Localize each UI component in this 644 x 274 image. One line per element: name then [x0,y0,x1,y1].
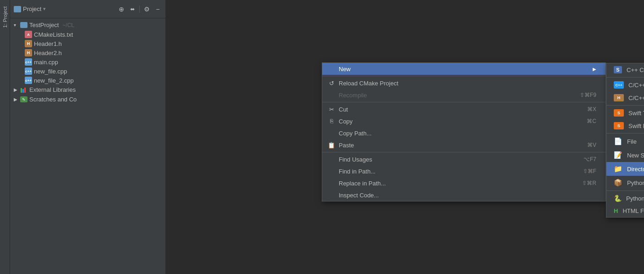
submenu-item-label: C/C++ Header File [628,95,644,101]
submenu-html-file[interactable]: H HTML File [606,205,644,217]
submenu-item-label: File [627,138,637,145]
menu-item-find-usages[interactable]: Find Usages ⌥F7 [322,153,605,165]
submenu-item-label: New Scratch File [627,152,644,159]
submenu-item-label: Python Package [627,179,644,186]
menu-item-reload[interactable]: ↺ Reload CMake Project [322,77,605,89]
toolbar-icons: ⊕ ⬌ ⚙ − [117,5,162,13]
html-file-icon: H [614,207,618,214]
settings-icon[interactable]: ⚙ [143,5,151,13]
menu-separator-1 [322,76,605,76]
swift-file-icon: S [614,122,624,129]
cut-icon: ✂ [328,106,335,113]
file-icon: 📄 [614,137,622,145]
svg-rect-1 [22,89,24,93]
menu-item-copy[interactable]: ⎘ Copy ⌘C [322,115,605,127]
menu-item-label: Copy [339,118,352,125]
submenu-item-label: Swift File [628,123,644,129]
menu-item-new[interactable]: New ▶ [322,63,605,75]
file-header1[interactable]: H Header1.h [10,39,165,48]
project-root[interactable]: ▾ TestProject ~/CL [10,20,165,30]
context-menu-wrapper: New ▶ ↺ Reload CMake Project Recompile ⇧… [166,31,450,170]
submenu-item-label: Swift Type [628,110,644,117]
shortcut-paste: ⌘V [587,142,596,148]
file-cmake[interactable]: A CMakeLists.txt [10,30,165,39]
submenu-arrow-icon: ▶ [593,67,596,72]
toolbar-divider [139,6,140,13]
shortcut-recompile: ⇧⌘F9 [580,92,596,98]
sidebar-toolbar: Project ▾ ⊕ ⬌ ⚙ − [10,0,165,18]
file-name: CMakeLists.txt [34,31,73,38]
scratch-file-icon: 📝 [614,151,622,159]
submenu-sep-3 [606,133,644,134]
project-path: ~/CL [62,22,74,28]
submenu-python-file[interactable]: 🐍 Python File [606,192,644,205]
menu-item-copy-path[interactable]: Copy Path... [322,127,605,139]
shortcut-replace-in-path: ⇧⌘R [582,180,596,186]
submenu-cpp-header[interactable]: H C/C++ Header File [606,91,644,104]
file-name: Header2.h [34,50,62,56]
submenu-swift-type[interactable]: S Swift Type [606,106,644,119]
scroll-icon[interactable]: ⬌ [128,5,137,13]
context-menu: New ▶ ↺ Reload CMake Project Recompile ⇧… [322,62,606,201]
menu-item-find-in-path[interactable]: Find in Path... ⇧⌘F [322,165,605,177]
menu-item-label: Inspect Code... [339,192,379,199]
copy-icon: ⎘ [328,117,335,125]
project-name: TestProject [29,22,59,28]
svg-rect-0 [21,88,22,93]
menu-item-cut[interactable]: ✂ Cut ⌘X [322,103,605,115]
project-tab-label[interactable]: 1: Project [1,4,9,30]
file-name: main.cpp [34,59,58,66]
submenu-new-scratch[interactable]: 📝 New Scratch File ⇧⌘N [606,148,644,162]
file-name: new_file_2.cpp [34,77,74,84]
menu-item-paste[interactable]: 📋 Paste ⌘V [322,139,605,151]
scratches-node[interactable]: ▶ ✎ Scratches and Co [10,95,165,104]
menu-item-replace-in-path[interactable]: Replace in Path... ⇧⌘R [322,177,605,189]
project-tree: ▾ TestProject ~/CL A CMakeLists.txt H He… [10,18,165,274]
cpp-icon: c++ [25,58,32,66]
submenu-directory[interactable]: 📁 Directory [606,162,644,176]
directory-icon: 📁 [614,165,622,173]
file-new-file-cpp[interactable]: c++ new_file.cpp [10,67,165,76]
menu-item-label: Find Usages [339,156,372,163]
shortcut-copy: ⌘C [587,118,596,124]
file-main-cpp[interactable]: c++ main.cpp [10,57,165,67]
scratches-label: Scratches and Co [29,96,77,103]
new-icon [328,65,335,73]
header-icon: H [25,40,32,47]
cpp-icon: c++ [25,77,32,84]
ext-chevron: ▶ [14,87,18,92]
paste-icon: 📋 [328,141,335,149]
locate-icon[interactable]: ⊕ [117,5,126,13]
scratches-chevron: ▶ [14,97,18,102]
file-header2[interactable]: H Header2.h [10,48,165,57]
minimize-icon[interactable]: − [154,5,162,13]
submenu-cpp-source[interactable]: C++ C/C++ Source File [606,78,644,91]
submenu-swift-file[interactable]: S Swift File [606,119,644,132]
external-libraries[interactable]: ▶ External Libraries [10,85,165,95]
menu-item-label: New [339,66,351,73]
cpp-icon: c++ [25,67,32,75]
shortcut-find-in-path: ⇧⌘F [583,168,596,174]
submenu-item-label: HTML File [622,207,644,214]
root-chevron: ▾ [14,22,18,28]
submenu-item-label: Directory [627,166,644,173]
cpp-source-icon: C++ [614,81,624,89]
menu-item-inspect-code[interactable]: Inspect Code... [322,189,605,201]
reload-icon: ↺ [328,79,335,87]
file-new-file-2-cpp[interactable]: c++ new_file_2.cpp [10,76,165,85]
submenu-cpp-class[interactable]: S C++ Class [606,63,644,76]
left-tab-panel: 1: Project [0,0,10,274]
menu-item-label: Recompile [339,92,367,99]
menu-item-label: Cut [339,106,348,113]
submenu-file[interactable]: 📄 File [606,134,644,148]
menu-item-label: Copy Path... [339,130,372,137]
file-name: new_file.cpp [34,68,67,75]
svg-rect-2 [24,88,26,93]
submenu-sep-4 [606,190,644,191]
dropdown-arrow-icon[interactable]: ▾ [43,6,46,12]
menu-item-label: Find in Path... [339,168,375,175]
replace-in-path-icon [328,179,335,187]
shortcut-find-usages: ⌥F7 [583,156,596,162]
file-name: Header1.h [34,40,62,47]
submenu-python-package[interactable]: 📦 Python Package [606,176,644,190]
